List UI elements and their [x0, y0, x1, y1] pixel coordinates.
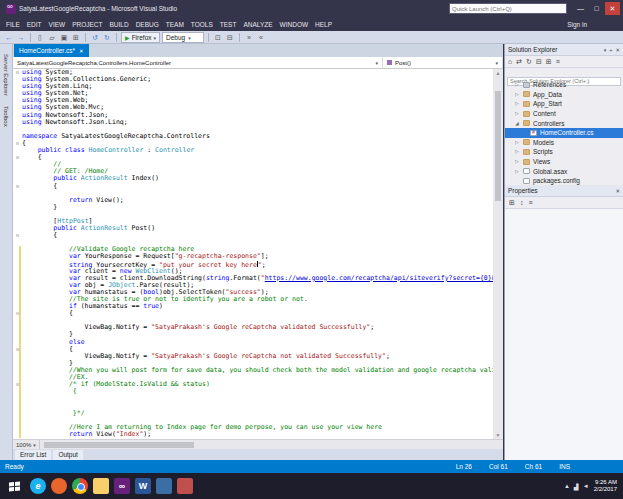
- chevron-icon[interactable]: ▷: [514, 111, 520, 116]
- save-icon[interactable]: ▣: [59, 32, 69, 43]
- network-icon[interactable]: ▟: [574, 483, 579, 490]
- menu-help[interactable]: HELP: [315, 21, 332, 28]
- menu-analyze[interactable]: ANALYZE: [243, 21, 272, 28]
- code-line[interactable]: return View("Index");: [13, 431, 493, 438]
- tree-item-app-data[interactable]: ▷App_Data: [505, 90, 623, 100]
- code-editor[interactable]: ⊟using System;using System.Collections.G…: [13, 69, 493, 439]
- vertical-scrollbar[interactable]: [493, 69, 503, 439]
- tool-tab-toolbox[interactable]: Toolbox: [3, 106, 9, 127]
- chevron-icon[interactable]: ▷: [514, 149, 520, 154]
- firefox-icon[interactable]: [51, 478, 67, 494]
- tab-error-list[interactable]: Error List: [15, 450, 51, 460]
- chevron-icon[interactable]: ▷: [514, 159, 520, 164]
- start-debug-button[interactable]: Firefox: [121, 32, 160, 43]
- chevron-icon[interactable]: ▷: [514, 140, 520, 145]
- menu-debug[interactable]: DEBUG: [136, 21, 159, 28]
- close-icon[interactable]: [615, 188, 620, 194]
- fold-marker-icon[interactable]: ⊟: [13, 154, 22, 161]
- collapse-all-icon[interactable]: ⊟: [536, 57, 542, 67]
- fold-marker-icon[interactable]: ⊟: [13, 310, 22, 317]
- chrome-icon[interactable]: [72, 478, 88, 494]
- volume-icon[interactable]: ◄: [583, 483, 589, 489]
- quick-launch-box[interactable]: [449, 3, 567, 14]
- word-icon[interactable]: W: [135, 478, 151, 494]
- forward-icon[interactable]: →: [16, 32, 26, 43]
- chevron-icon[interactable]: ▷: [514, 169, 520, 174]
- chevron-down-icon[interactable]: [604, 47, 607, 53]
- code-line[interactable]: public ActionResult Post(): [13, 225, 493, 232]
- quick-launch-input[interactable]: [450, 4, 566, 13]
- code-line[interactable]: namespace SatyaLatestGoogleRecaptcha.Con…: [13, 133, 493, 140]
- horizontal-scrollbar[interactable]: [40, 440, 503, 449]
- visual-studio-icon[interactable]: ∞: [114, 478, 130, 494]
- code-line[interactable]: ⊟ {: [13, 183, 493, 190]
- tree-item-references[interactable]: ▷References: [505, 80, 623, 90]
- menu-team[interactable]: TEAM: [166, 21, 184, 28]
- solution-explorer-header[interactable]: Solution Explorer: [505, 44, 623, 56]
- member-dropdown[interactable]: Post(): [383, 57, 503, 68]
- redo-icon[interactable]: ↻: [102, 32, 112, 43]
- tab-homecontroller-cs[interactable]: HomeController.cs*: [14, 44, 89, 57]
- fold-marker-icon[interactable]: ⊟: [13, 381, 22, 388]
- solution-config-dropdown[interactable]: Debug: [162, 32, 204, 43]
- internet-explorer-icon[interactable]: e: [30, 478, 46, 494]
- code-line[interactable]: ViewBag.Notify = "SatyaPrakash's Google …: [13, 353, 493, 360]
- close-icon[interactable]: [615, 47, 620, 53]
- tree-item-models[interactable]: ▷Models: [505, 138, 623, 148]
- code-line[interactable]: using Newtonsoft.Json.Linq;: [13, 119, 493, 126]
- chevron-icon[interactable]: ▷: [514, 82, 520, 87]
- fold-marker-icon[interactable]: ⊟: [13, 346, 22, 353]
- tree-item-content[interactable]: ▷Content: [505, 109, 623, 119]
- zoom-dropdown[interactable]: 100%: [13, 440, 40, 449]
- properties-header[interactable]: Properties: [505, 185, 623, 197]
- comment-icon[interactable]: ⊡: [213, 32, 223, 43]
- fold-marker-icon[interactable]: ⊟: [13, 183, 22, 190]
- pin-icon[interactable]: [609, 47, 612, 53]
- categorized-icon[interactable]: ⊞: [509, 198, 515, 208]
- property-pages-icon[interactable]: ≡: [528, 198, 532, 208]
- fold-marker-icon[interactable]: ⊟: [13, 69, 22, 76]
- code-line[interactable]: return View();: [13, 197, 493, 204]
- code-line[interactable]: ⊟ {: [13, 310, 493, 317]
- code-line[interactable]: ⊟ {: [13, 154, 493, 161]
- tree-item-packages-config[interactable]: packages.config: [505, 176, 623, 185]
- close-icon[interactable]: [79, 47, 84, 54]
- open-file-icon[interactable]: ▱: [47, 32, 57, 43]
- tree-item-global-asax[interactable]: ▷Global.asax: [505, 166, 623, 176]
- scroll-down-icon[interactable]: [496, 431, 501, 439]
- menu-project[interactable]: PROJECT: [72, 21, 102, 28]
- scrollbar-thumb[interactable]: [495, 91, 501, 201]
- code-line[interactable]: {: [13, 388, 493, 395]
- fold-marker-icon[interactable]: ⊟: [13, 232, 22, 239]
- home-icon[interactable]: ⌂: [508, 57, 512, 67]
- app-blue-icon[interactable]: [156, 478, 172, 494]
- show-all-files-icon[interactable]: ⊞: [546, 57, 552, 67]
- maximize-button[interactable]: [589, 2, 604, 15]
- code-line[interactable]: ⊟ {: [13, 232, 493, 239]
- scroll-up-icon[interactable]: [496, 69, 501, 77]
- back-icon[interactable]: ←: [4, 32, 14, 43]
- tree-item-app-start[interactable]: ▷App_Start: [505, 99, 623, 109]
- code-line[interactable]: public class HomeController : Controller: [13, 147, 493, 154]
- properties-page-icon[interactable]: ≡: [556, 57, 560, 67]
- show-hidden-icons-icon[interactable]: ▲: [564, 483, 570, 489]
- code-line[interactable]: }: [13, 204, 493, 211]
- scrollbar-thumb[interactable]: [44, 442, 194, 448]
- minimize-button[interactable]: [573, 2, 588, 15]
- refresh-icon[interactable]: ↻: [526, 57, 532, 67]
- undo-icon[interactable]: ↺: [90, 32, 100, 43]
- close-button[interactable]: [605, 2, 620, 15]
- tree-item-homecontroller-cs[interactable]: HomeController.cs: [505, 128, 623, 138]
- menu-window[interactable]: WINDOW: [280, 21, 309, 28]
- code-line[interactable]: else: [13, 339, 493, 346]
- tree-item-controllers[interactable]: ◢Controllers: [505, 118, 623, 128]
- solution-search-box[interactable]: [505, 68, 623, 79]
- code-line[interactable]: }*/: [13, 410, 493, 417]
- tool-tab-server-explorer[interactable]: Server Explorer: [3, 54, 9, 96]
- chevron-icon[interactable]: ▷: [514, 101, 520, 106]
- code-line[interactable]: if (humanstatus == true): [13, 303, 493, 310]
- menu-build[interactable]: BUILD: [110, 21, 129, 28]
- code-line[interactable]: ⊟ /* if (ModelState.IsValid && status): [13, 381, 493, 388]
- chevron-icon[interactable]: ▷: [514, 92, 520, 97]
- app-red-icon[interactable]: [177, 478, 193, 494]
